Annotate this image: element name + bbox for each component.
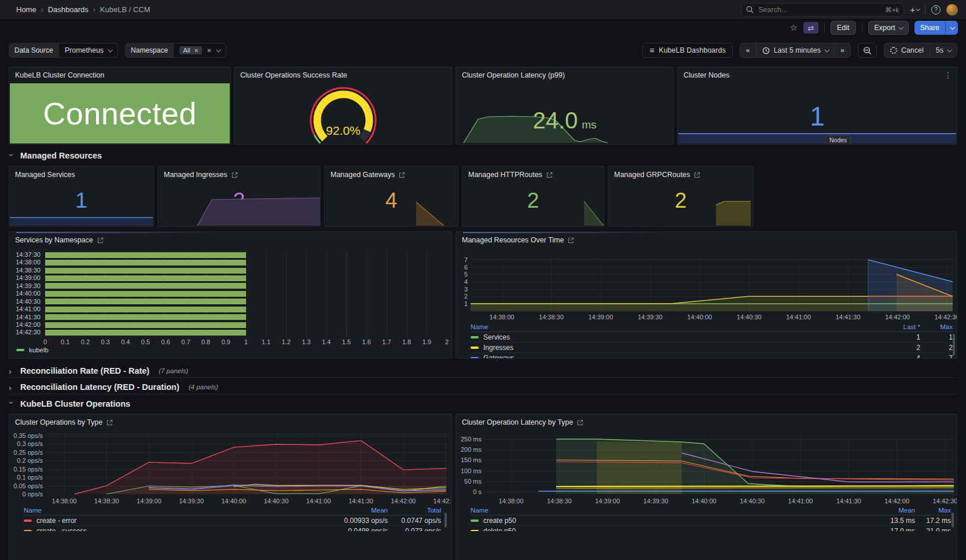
panel-links-icon[interactable] <box>694 172 700 178</box>
remove-chip-icon[interactable]: ✕ <box>194 47 199 54</box>
axis-tick-label: 0.8 <box>201 338 210 345</box>
bar[interactable] <box>45 291 246 297</box>
legend-row[interactable]: Gateways47 <box>471 353 953 359</box>
panel-title[interactable]: Managed Resources Over Time <box>462 236 564 244</box>
time-forward-button[interactable]: » <box>835 43 850 57</box>
axis-tick-label: 14:40:00 <box>687 314 712 320</box>
namespace-select[interactable]: All ✕ ✕ <box>174 43 226 58</box>
panel-title[interactable]: Managed HTTPRoutes <box>468 171 542 179</box>
bar[interactable] <box>45 314 246 320</box>
share-button[interactable]: Share <box>914 21 945 35</box>
legend-color-dash <box>16 349 24 351</box>
section-reconciliation-latency[interactable]: › Reconciliation Latency (RED - Duration… <box>9 381 957 394</box>
panel-layout-toggle-icon[interactable]: ⇄ <box>803 22 818 34</box>
kubelb-dashboards-button[interactable]: ≡ KubeLB Dashboards <box>642 43 733 58</box>
export-button[interactable]: Export <box>868 21 909 35</box>
legend-row[interactable]: create - success0.0498 ops/s0.073 ops/s <box>24 526 441 531</box>
bar[interactable] <box>45 330 246 336</box>
panel-links-icon[interactable] <box>106 419 113 426</box>
panel-success-rate: Cluster Operations Success Rate 92.0% <box>234 67 452 145</box>
loading-spinner-icon <box>890 47 897 54</box>
panel-title[interactable]: Cluster Operations Success Rate <box>240 71 347 79</box>
refresh-interval-select[interactable]: 5s <box>930 43 957 57</box>
bar-row-label: 14:39:00 <box>9 274 41 282</box>
legend-item-kubelb[interactable]: kubelb <box>16 347 49 353</box>
legend-header: Name Mean Max <box>471 506 951 515</box>
edit-button[interactable]: Edit <box>831 21 856 35</box>
legend-row[interactable]: delete p5017.0 ms21.0 ms <box>471 526 951 531</box>
clear-all-icon[interactable]: ✕ <box>207 47 211 54</box>
panel-title[interactable]: Cluster Operations by Type <box>15 418 102 426</box>
avatar[interactable] <box>946 4 958 16</box>
legend-scrollbar[interactable] <box>445 513 447 528</box>
legend-col-max[interactable]: Max <box>915 507 951 514</box>
panel-links-icon[interactable] <box>546 172 553 178</box>
section-cluster-operations[interactable]: › KubeLB Cluster Operations <box>9 397 957 410</box>
zoom-out-button[interactable] <box>858 43 877 58</box>
panel-links-icon[interactable] <box>232 172 238 178</box>
panel-title[interactable]: Cluster Operation Latency (p99) <box>462 71 565 79</box>
time-back-button[interactable]: « <box>740 43 756 57</box>
panel-title[interactable]: Services by Namespace <box>15 236 93 244</box>
add-button[interactable]: + <box>910 5 919 14</box>
bar-row-label: 14:37:30 <box>9 251 41 259</box>
axis-tick-label: 200 ms <box>461 446 482 453</box>
bar-row-label: 14:41:30 <box>9 314 41 321</box>
legend-row[interactable]: Ingresses22 <box>471 342 953 353</box>
legend-col-name[interactable]: Name <box>471 507 860 514</box>
legend-col-last[interactable]: Last * <box>857 323 920 330</box>
bar[interactable] <box>45 299 246 304</box>
bar[interactable] <box>45 260 246 266</box>
search-input[interactable]: ⌘+k <box>741 3 904 17</box>
panel-title[interactable]: Managed Ingresses <box>164 171 227 179</box>
legend-scrollbar[interactable] <box>953 334 955 356</box>
time-range-picker[interactable]: Last 5 minutes <box>756 43 835 57</box>
chevron-down-icon: › <box>7 401 17 407</box>
legend-col-name[interactable]: Name <box>471 323 857 330</box>
legend-row[interactable]: create p5013.5 ms17.2 ms <box>471 515 951 526</box>
panel-menu-icon[interactable]: ⋮ <box>944 71 952 80</box>
share-dropdown-button[interactable] <box>945 21 958 35</box>
panel-title[interactable]: Managed Gateways <box>330 171 395 179</box>
bar[interactable] <box>45 275 246 281</box>
legend-col-name[interactable]: Name <box>24 507 321 514</box>
cancel-refresh-button[interactable]: Cancel <box>884 43 930 57</box>
services-stat: 1 <box>9 189 153 213</box>
legend-rows: Services11Ingresses22Gateways47 <box>471 332 953 359</box>
legend-row[interactable]: Services11 <box>471 332 953 342</box>
bar-row <box>45 305 447 313</box>
bar-row <box>45 290 447 297</box>
datasource-select[interactable]: Prometheus <box>59 43 118 58</box>
panel-title[interactable]: Cluster Operation Latency by Type <box>462 418 573 426</box>
search-field[interactable] <box>757 5 881 14</box>
bar[interactable] <box>45 322 246 328</box>
legend-col-max[interactable]: Max <box>920 323 953 330</box>
panel-title[interactable]: KubeLB Cluster Connection <box>15 71 104 79</box>
namespace-chip-all[interactable]: All ✕ <box>179 46 202 54</box>
section-reconciliation-rate[interactable]: › Reconciliation Rate (RED - Rate) (7 pa… <box>9 364 957 378</box>
axis-tick-label: 150 ms <box>461 456 482 463</box>
panel-title[interactable]: Managed Services <box>15 171 75 179</box>
panel-links-icon[interactable] <box>577 419 583 426</box>
legend-scrollbar[interactable] <box>952 513 954 528</box>
bar[interactable] <box>45 307 246 312</box>
panel-links-icon[interactable] <box>97 237 104 244</box>
breadcrumb-dashboards[interactable]: Dashboards <box>48 5 89 14</box>
bar[interactable] <box>45 283 246 289</box>
help-icon[interactable]: ? <box>931 5 941 14</box>
panel-title[interactable]: Managed GRPCRoutes <box>614 171 690 179</box>
legend-row[interactable]: create - error0.00933 ops/s0.0747 ops/s <box>24 515 441 526</box>
panel-links-icon[interactable] <box>399 172 405 178</box>
legend-col-mean[interactable]: Mean <box>321 507 388 514</box>
panel-title[interactable]: Cluster Nodes <box>684 71 729 79</box>
bar[interactable] <box>45 252 246 258</box>
bar[interactable] <box>45 268 246 274</box>
top-nav: Home › Dashboards › KubeLB / CCM ⌘+k + ? <box>0 0 966 20</box>
legend-col-total[interactable]: Total <box>388 507 441 514</box>
breadcrumb-home[interactable]: Home <box>16 5 36 14</box>
section-managed-resources[interactable]: › Managed Resources <box>9 149 957 163</box>
legend-col-mean[interactable]: Mean <box>860 507 915 514</box>
legend-rows: create p5013.5 ms17.2 msdelete p5017.0 m… <box>471 515 951 531</box>
panel-links-icon[interactable] <box>568 237 574 244</box>
favorite-star-icon[interactable]: ☆ <box>790 23 798 33</box>
